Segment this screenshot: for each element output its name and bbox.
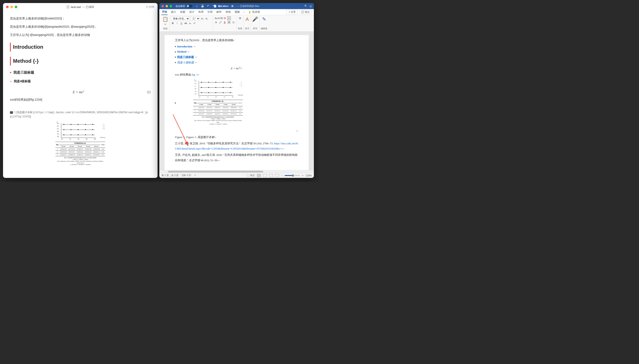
heading-level4: 我是4级标题 — [10, 79, 151, 84]
view-outline-icon[interactable] — [275, 174, 279, 177]
ribbon-toggle-icon[interactable]: ◱ — [310, 5, 312, 8]
word-compat: - 兼... — [230, 4, 236, 8]
autosave-label: 自动保存 — [176, 4, 185, 8]
tell-me-icon[interactable]: 💡告诉我 — [248, 10, 260, 14]
dictate-icon[interactable]: 🎤 — [252, 16, 258, 22]
traffic-lights — [6, 6, 17, 8]
word-saved-status: — 已保存到我的 Mac — [237, 4, 260, 8]
paragraph-icon[interactable]: ≡ — [238, 16, 242, 20]
superscript-icon[interactable]: x² — [193, 22, 196, 25]
equation-number: (1) — [147, 90, 151, 95]
minimize-button[interactable] — [10, 6, 13, 8]
zoom-slider[interactable] — [285, 175, 300, 176]
autosave-toggle[interactable] — [186, 4, 192, 8]
view-web-icon[interactable] — [269, 174, 273, 177]
formula: E = mc2 — [10, 89, 147, 95]
tab-more[interactable]: › — [243, 10, 245, 14]
figure-reference: xxx的结果如[@fig:1234] — [10, 97, 151, 102]
tab-home[interactable]: 开始 — [162, 9, 168, 15]
zoom-in-icon[interactable]: + — [302, 174, 303, 177]
word-statusbar: 第 1 页，共 2 页 236 个字 ✓ ⛶专注 − + 120% — [159, 173, 314, 178]
document-icon — [66, 5, 70, 9]
tab-view[interactable]: 视图 — [234, 9, 240, 15]
focus-mode[interactable]: ⛶专注 — [247, 174, 255, 177]
enclose-char-icon[interactable]: ㊥ — [232, 20, 235, 24]
char-shading-icon[interactable]: A — [227, 20, 231, 24]
tab-layout[interactable]: 布局 — [198, 9, 204, 15]
tab-mailings[interactable]: 邮件 — [216, 9, 222, 15]
editor-icon[interactable]: ✎ — [262, 16, 266, 22]
maximize-button[interactable] — [170, 5, 172, 7]
word-title-right: 🔍 ◱ — [304, 5, 312, 8]
italic-icon[interactable]: I — [175, 22, 179, 25]
paragraph: 王庆等人认为(2020)，昆虫是世界上最多的动物↵ — [175, 38, 298, 43]
bold-icon[interactable]: B — [171, 22, 174, 25]
formula: E = mc2↵ — [175, 65, 298, 71]
horizontal-scrollbar[interactable] — [159, 170, 314, 173]
tab-design[interactable]: 设计 — [189, 9, 195, 15]
font-color-icon[interactable]: A — [223, 20, 226, 24]
font-name-select[interactable]: 宋体 (中文... — [171, 16, 190, 21]
word-titlebar: 自动保存 ⌂ 💾 ↶ ↷ ⎙ ⋯ 📄 test.docx - 兼... — 已保… — [159, 3, 314, 9]
close-button[interactable] — [162, 5, 164, 7]
left-edit-status: — 已编辑 — [82, 5, 94, 9]
tab-draw[interactable]: 绘图 — [180, 9, 186, 15]
undo-icon[interactable]: ↶ — [206, 4, 210, 8]
embedded-figure: 18-19-20-21-22-23-→ 1→ 2→ 3CtTime/min101… — [10, 123, 151, 166]
view-print-icon[interactable] — [263, 174, 267, 177]
dictate-group: 🎤 听写 — [251, 16, 260, 30]
decrease-font-icon[interactable]: A↓ — [205, 17, 209, 20]
styles-icon[interactable]: A — [246, 16, 249, 22]
toc-item-method[interactable]: Method↵ — [175, 49, 298, 54]
tab-review[interactable]: 审阅 — [225, 9, 231, 15]
paragraph: 王庆等人认为[-@wangqing2020]，昆虫是世界上最多的动物 — [10, 32, 151, 38]
word-doc-icon: 📄 — [214, 5, 217, 8]
image-icon — [10, 111, 13, 114]
increase-font-icon[interactable]: A↑ — [201, 17, 204, 20]
paste-icon[interactable]: 📋 — [162, 16, 168, 22]
left-time-indicator: 0 分钟 — [146, 5, 154, 9]
close-button[interactable] — [6, 6, 9, 8]
tab-insert[interactable]: 插入 — [170, 9, 177, 15]
page-indicator[interactable]: 第 1 页，共 2 页 — [162, 174, 178, 177]
maximize-button[interactable] — [15, 6, 17, 8]
ribbon-tabs: 开始 插入 绘图 设计 布局 引用 邮件 审阅 视图 › 💡告诉我 ↗共享 💬批… — [159, 9, 314, 15]
cut-icon[interactable]: ✂ — [164, 22, 167, 26]
minimize-button[interactable] — [166, 5, 168, 7]
spellcheck-icon[interactable]: ✓ — [194, 174, 196, 177]
tab-references[interactable]: 引用 — [207, 9, 213, 15]
paragraph: 昆虫是世界上最多的动物[@nielei2020]； — [10, 16, 151, 21]
toc-item-introduction[interactable]: Introduction↵ — [175, 44, 298, 49]
search-icon[interactable]: 🔍 — [304, 5, 308, 8]
image-markdown-code: ![我是图片名称](https://img1.baidu.com/it/u=25… — [10, 110, 151, 119]
underline-icon[interactable]: U — [180, 22, 183, 25]
word-page: 王庆等人认为(2020)，昆虫是世界上最多的动物↵ Introduction↵ … — [164, 35, 309, 170]
text-effects-icon[interactable]: A — [214, 20, 218, 24]
font-size-select[interactable]: 三号 — [190, 16, 200, 21]
editor-group: ✎ 编辑器 — [260, 16, 269, 30]
save-icon[interactable]: 💾 — [201, 4, 204, 8]
char-border-icon[interactable]: A — [227, 16, 231, 20]
subscript-icon[interactable]: x₂ — [188, 22, 192, 25]
left-filename: test.md — [71, 6, 81, 9]
markdown-content[interactable]: 昆虫是世界上最多的动物[@nielei2020]； 昆虫是世界上最多的动物[@j… — [3, 11, 158, 178]
share-button[interactable]: ↗共享 — [286, 10, 298, 14]
toc-item-h3[interactable]: 我是三级标题↵ — [175, 54, 298, 60]
clear-format-icon[interactable]: A⌫ — [219, 16, 222, 20]
highlight-icon[interactable]: 🖍 — [219, 20, 222, 24]
strikethrough-icon[interactable]: ab — [184, 22, 188, 25]
word-document-area[interactable]: 王庆等人认为(2020)，昆虫是世界上最多的动物↵ Introduction↵ … — [159, 32, 314, 170]
zoom-out-icon[interactable]: − — [281, 174, 282, 177]
comments-button[interactable]: 💬批注 — [299, 10, 312, 14]
view-read-icon[interactable] — [257, 174, 261, 177]
ribbon-toolbar: 📋 ✂ 粘贴 宋体 (中文... 三号 A↑ A↓ B I U ab x₂ — [159, 15, 314, 32]
paragraph: 昆虫是世界上最多的动物[@jiangxiaolei2010; @wangqing… — [10, 24, 151, 30]
word-count[interactable]: 236 个字 — [182, 174, 191, 177]
change-case-icon[interactable]: Aa — [214, 16, 218, 20]
styles-group: A 样式 — [244, 16, 251, 30]
autosave-area: 自动保存 — [176, 4, 192, 8]
zoom-level[interactable]: 120% — [306, 174, 312, 177]
toc-item-h4[interactable]: 我是 4 级标题↵ — [175, 60, 298, 65]
home-icon[interactable]: ⌂ — [195, 4, 198, 8]
phonetic-icon[interactable]: 拼 — [223, 16, 226, 20]
